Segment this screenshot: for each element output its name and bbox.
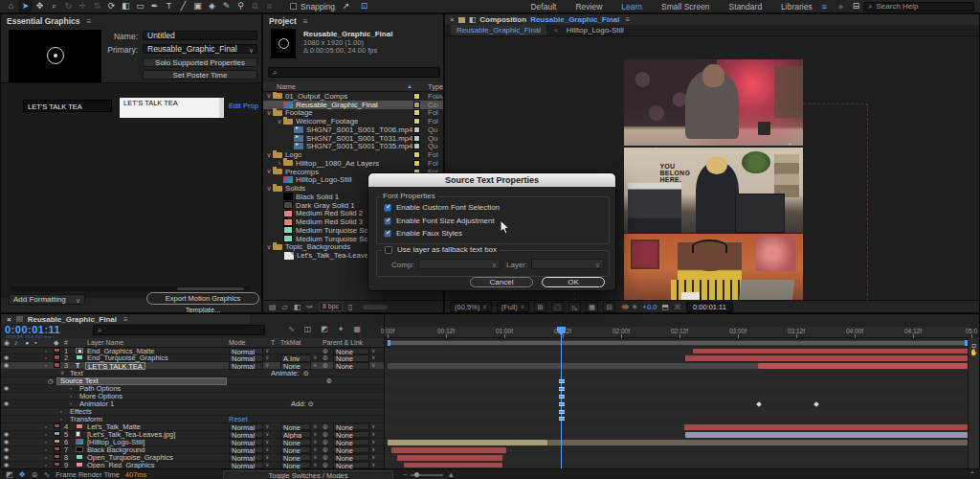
eraser-tool-icon[interactable]: ◈ xyxy=(205,0,219,12)
composition-mini-flowchart-icon[interactable]: ∿ xyxy=(288,325,295,333)
parent-link-column[interactable]: Parent & Link xyxy=(323,338,363,347)
chevron-down-icon[interactable]: ∨ xyxy=(265,151,273,159)
layer-color-chip[interactable] xyxy=(54,454,60,460)
panel-menu-icon[interactable]: ≡ xyxy=(626,15,631,24)
chevron-right-icon[interactable]: › xyxy=(45,348,47,355)
group-row[interactable]: ›TransformReset xyxy=(1,416,384,423)
panel-menu-icon[interactable]: ≡ xyxy=(123,315,128,324)
ok-button[interactable]: OK xyxy=(542,277,605,287)
property-value-input[interactable]: LET'S TALK TEA xyxy=(120,98,224,118)
pickwhip-icon[interactable]: ⊚ xyxy=(323,454,328,462)
pickwhip-icon[interactable]: ⊚ xyxy=(323,431,328,439)
layer-color-chip[interactable] xyxy=(54,446,60,452)
show-snapshot-icon[interactable]: ⌘ xyxy=(674,303,681,311)
eye-icon[interactable]: ◉ xyxy=(4,431,9,439)
frame-blending-icon[interactable]: ✦ xyxy=(338,325,345,333)
layer-row[interactable]: ◉›3TLET'S TALK TEANormal∨None∨⊚None∨ xyxy=(1,362,384,370)
exposure-value[interactable]: +0.0 xyxy=(643,303,657,311)
blend-mode-dropdown[interactable]: Normal xyxy=(229,439,263,446)
comp-dropdown[interactable]: ∨ xyxy=(418,259,501,269)
chevron-down-icon[interactable]: ∨ xyxy=(265,185,273,193)
primary-comp-dropdown[interactable]: Reusable_Graphic_Final ∨ xyxy=(143,44,257,54)
layer-duration-bar[interactable] xyxy=(397,455,502,461)
layer-row[interactable]: ◉›2End_Turquoise_GraphicsNormal∨A.Inv∨⊚N… xyxy=(1,354,384,362)
layer-color-chip[interactable] xyxy=(54,423,60,429)
mode-column[interactable]: Mode xyxy=(229,338,246,347)
eye-icon[interactable]: ◉ xyxy=(4,400,9,408)
chevron-right-icon[interactable]: › xyxy=(45,431,47,439)
chevron-right-icon[interactable]: › xyxy=(45,439,47,446)
show-channel-icon[interactable]: ❖ xyxy=(620,303,627,311)
eye-icon[interactable]: ◉ xyxy=(4,446,9,454)
layer-name[interactable]: Open_Red_Graphics xyxy=(87,462,154,469)
active-comp-name[interactable]: Reusable_Graphic_Final xyxy=(530,15,619,24)
workspace-learn[interactable]: Learn xyxy=(612,0,652,13)
snapping-checkbox[interactable] xyxy=(290,3,297,10)
lock-icon[interactable]: ◧ xyxy=(469,15,477,24)
layer-row[interactable]: ◉›7Black BackgroundNormal∨None∨⊚None∨ xyxy=(1,446,384,454)
layer-color-chip[interactable] xyxy=(54,348,60,354)
pickwhip-icon[interactable]: ⊚ xyxy=(323,348,328,355)
grid-guides-icon[interactable]: ⊞ xyxy=(534,302,546,312)
property-row[interactable]: ◷Source Text⊚ xyxy=(1,377,384,385)
chevron-right-icon[interactable]: › xyxy=(45,423,47,431)
hand-tool-icon[interactable]: ✥ xyxy=(33,0,47,12)
horizontal-scrollbar[interactable] xyxy=(363,305,388,309)
layer-duration-bar[interactable] xyxy=(404,463,502,468)
trash-icon[interactable]: ▯ xyxy=(348,303,352,311)
eye-icon[interactable]: ◉ xyxy=(4,338,10,347)
comp-button-icon[interactable]: ✋ xyxy=(969,349,979,356)
workspace-overflow-icon[interactable]: » xyxy=(838,2,843,11)
use-layer-as-fallback-checkbox[interactable]: Use layer as fallback text box xyxy=(382,245,500,254)
layer-row[interactable]: ›1End_Graphics_MatteNormal∨⊚None∨ xyxy=(1,348,384,355)
layer-duration-bar[interactable] xyxy=(388,363,758,369)
exposure-icon[interactable]: ✳ xyxy=(632,303,638,311)
trkmat-dropdown[interactable]: None xyxy=(280,446,311,454)
workspace-default[interactable]: Default xyxy=(521,0,566,13)
name-input[interactable]: Untitled xyxy=(143,31,257,40)
camera-tool-icon[interactable]: ◧ xyxy=(119,0,133,12)
chevron-right-icon[interactable]: › xyxy=(70,393,72,400)
parent-dropdown[interactable]: None xyxy=(333,362,369,370)
layer-duration-bar[interactable] xyxy=(685,432,970,438)
workspace-review[interactable]: Review xyxy=(566,0,612,13)
project-row[interactable]: ›Hilltop__1080_Ae LayersFol xyxy=(263,159,443,168)
pickwhip-icon[interactable]: ⊚ xyxy=(323,439,328,446)
motion-blur-toggle-icon[interactable]: ⊜ xyxy=(32,470,38,479)
mask-mode-icon[interactable]: ⧉ xyxy=(248,0,262,12)
close-icon[interactable]: × xyxy=(7,315,11,324)
lock-icon[interactable]: ▪ xyxy=(34,338,36,347)
eye-icon[interactable]: ◉ xyxy=(4,439,9,446)
preview-timecode[interactable]: 0:00:01:11 xyxy=(686,302,733,312)
keyframe-icon[interactable] xyxy=(756,401,762,407)
column-name[interactable]: Name xyxy=(277,81,296,92)
property-name[interactable]: LET'S TALK TEA xyxy=(23,100,112,112)
enable-faux-styles-checkbox[interactable]: Enable Faux Styles xyxy=(384,229,462,238)
eye-icon[interactable]: ◉ xyxy=(4,354,9,362)
chevron-down-icon[interactable]: ∨ xyxy=(276,118,283,125)
selection-tool-icon[interactable]: ➤ xyxy=(18,0,33,12)
parent-dropdown[interactable]: None xyxy=(333,431,369,439)
trkmat-column[interactable]: TrkMat xyxy=(280,338,301,347)
reset-link[interactable]: Reset xyxy=(229,416,248,423)
label-color-chip[interactable] xyxy=(413,102,420,108)
tab-reusable-graphic-final[interactable]: Reusable_Graphic_Final xyxy=(451,25,546,35)
layer-color-chip[interactable] xyxy=(54,362,60,368)
parent-dropdown[interactable]: None xyxy=(333,423,369,431)
parent-dropdown[interactable]: None xyxy=(333,439,369,446)
layer-row[interactable]: ◉›6[Hilltop_Logo-Still]Normal∨None∨⊚None… xyxy=(1,439,384,446)
pickwhip-icon[interactable]: ⊚ xyxy=(323,423,328,431)
cancel-button[interactable]: Cancel xyxy=(470,277,533,287)
blend-mode-dropdown[interactable]: Normal xyxy=(229,431,263,439)
chevron-down-icon[interactable]: ∨ xyxy=(265,168,273,175)
workspace-standard[interactable]: Standard xyxy=(720,0,772,13)
blend-mode-dropdown[interactable]: Normal xyxy=(229,348,263,355)
snap-options-icon[interactable]: ↗ xyxy=(339,0,353,12)
group-row[interactable]: ›Effects xyxy=(1,408,384,416)
motion-blur-icon[interactable]: ▦ xyxy=(354,325,362,333)
project-row[interactable]: ∨01_Output_CompsFol⁂ xyxy=(263,92,443,101)
timeline-search-input[interactable]: ⌕ xyxy=(93,325,265,335)
roto-brush-tool-icon[interactable]: ✎ xyxy=(219,0,234,12)
layer-dropdown[interactable]: ∨ xyxy=(531,259,604,269)
layer-name-column[interactable]: Layer Name xyxy=(87,338,123,347)
